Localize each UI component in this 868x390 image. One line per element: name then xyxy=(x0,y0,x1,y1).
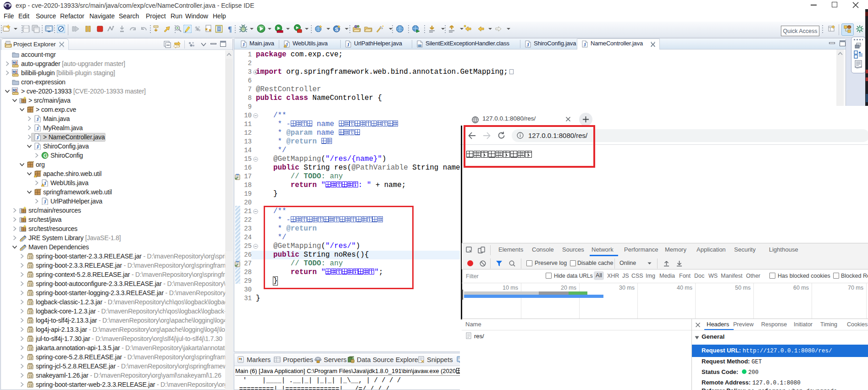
svg-text:J: J xyxy=(347,42,349,47)
svg-text:J: J xyxy=(15,88,17,93)
svg-text:10: 10 xyxy=(29,302,33,305)
svg-text:10: 10 xyxy=(29,375,33,379)
svg-text:010: 010 xyxy=(418,44,422,47)
svg-text:10: 10 xyxy=(29,284,33,287)
svg-text:10: 10 xyxy=(29,293,33,296)
svg-text:10: 10 xyxy=(29,330,33,333)
svg-text:J: J xyxy=(36,116,39,122)
svg-text:S: S xyxy=(335,27,338,32)
svg-text:J: J xyxy=(36,144,39,149)
svg-text:J: J xyxy=(15,70,17,74)
svg-text:J: J xyxy=(44,181,46,186)
svg-text:10: 10 xyxy=(29,265,33,269)
svg-text:10: 10 xyxy=(29,357,33,360)
svg-text:10: 10 xyxy=(29,366,33,369)
svg-text:G: G xyxy=(44,153,48,159)
svg-text:J: J xyxy=(527,42,529,47)
svg-text:J: J xyxy=(15,60,17,65)
svg-text:¶: ¶ xyxy=(228,25,232,33)
svg-text:J: J xyxy=(584,42,586,47)
svg-text:J: J xyxy=(243,42,245,47)
svg-text:10: 10 xyxy=(29,275,33,278)
svg-text:10: 10 xyxy=(29,256,33,259)
svg-text:10: 10 xyxy=(29,339,33,342)
svg-text:J: J xyxy=(36,135,39,140)
svg-text:10: 10 xyxy=(29,348,33,351)
svg-text:10: 10 xyxy=(29,385,33,388)
svg-text:10: 10 xyxy=(29,320,33,324)
svg-text:J: J xyxy=(44,199,46,204)
svg-text:J: J xyxy=(36,126,39,131)
svg-text:10: 10 xyxy=(29,311,33,314)
